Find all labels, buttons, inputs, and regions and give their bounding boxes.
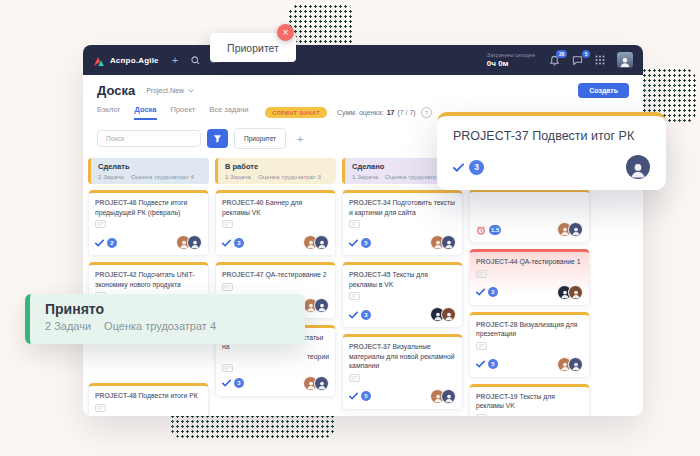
assignee-avatars: [430, 307, 456, 322]
task-card[interactable]: PROJECT-40 Баннер для рекламы VK3: [215, 190, 336, 256]
score-summary: Сумм. оценка: 17 (7 / 7) ?: [337, 107, 432, 118]
check-icon: [349, 239, 358, 247]
column-title: В работе: [225, 162, 329, 171]
task-title: PROJECT-37 Визуальные материалы для ново…: [349, 342, 456, 371]
subtasks-icon: [349, 374, 456, 382]
assignee-avatars: [430, 389, 456, 404]
task-preview-card[interactable]: PROJECT-37 Подвести итог РК 3: [437, 112, 666, 190]
card-footer: 1.5: [476, 222, 583, 237]
accepted-estimate: Оценка трудозатрат 4: [104, 320, 216, 332]
task-title: PROJECT-45 Тексты для рекламы в VK: [349, 270, 456, 289]
deadline-clock-icon: [476, 225, 486, 235]
accepted-title: Принято: [45, 301, 290, 317]
estimate-badge: 2: [488, 287, 498, 297]
estimate-badge: 5: [488, 359, 498, 369]
accepted-meta: 2 Задачи Оценка трудозатрат 4: [45, 320, 290, 332]
card-footer: 3: [222, 235, 329, 250]
app-logo-icon: [93, 54, 105, 66]
top-navigation-bar: Аспро.Agile + Сп Затрачено сегодня 0ч 0м…: [83, 45, 643, 75]
apps-grid-icon[interactable]: [595, 55, 605, 65]
time-tracker-value: 0ч 0м: [487, 59, 535, 68]
task-card[interactable]: PROJECT-28 Визуализация для презентации5: [469, 312, 590, 378]
estimate-badge: 1.5: [489, 225, 501, 235]
subtasks-icon: [349, 220, 456, 228]
task-title: PROJECT-46 Подвести итоги предыдущей РК …: [95, 198, 202, 217]
estimate-badge: 3: [469, 160, 484, 175]
task-card[interactable]: PROJECT-46 Подвести итоги предыдущей РК …: [88, 190, 209, 256]
tab-3[interactable]: Проект: [171, 105, 196, 120]
create-button[interactable]: Создать: [578, 83, 629, 98]
tab-1[interactable]: Бэклог: [97, 105, 120, 120]
decorative-dots-top: [288, 4, 354, 48]
assignee-avatars: [430, 235, 456, 250]
subtasks-icon: [476, 270, 583, 278]
card-footer: 3: [222, 376, 329, 391]
hidden-card-body: [476, 197, 583, 215]
assignee-avatars: [303, 235, 329, 250]
add-icon[interactable]: +: [172, 55, 178, 66]
assignee-avatars: [557, 222, 583, 237]
search-field-wrap: [97, 130, 201, 147]
column-header: Сделать2 ЗадачиОценка трудозатрат 4: [88, 158, 209, 184]
task-card[interactable]: PROJECT-34 Подготовить тексты и картинки…: [342, 190, 463, 256]
priority-filter-button[interactable]: Приоритет: [234, 128, 286, 149]
estimate-badge: 5: [361, 391, 371, 401]
avatar: [314, 298, 329, 313]
kanban-column-4: 1.5PROJECT-44 QA-тестирование 12PROJECT-…: [469, 158, 590, 416]
project-selector[interactable]: Project.New: [146, 87, 194, 94]
project-selector-value: Project.New: [146, 87, 184, 94]
task-id: PROJECT-37: [349, 343, 391, 350]
estimate-badge: 2: [107, 238, 117, 248]
board-tabs: БэклогДоскаПроектВсе задачи: [97, 105, 248, 120]
add-filter-icon[interactable]: +: [297, 133, 303, 145]
estimate-badge: 5: [361, 238, 371, 248]
user-avatar[interactable]: [617, 52, 633, 68]
check-icon: [476, 360, 485, 368]
task-title: PROJECT-47 QA-тестирование 2: [222, 270, 329, 280]
task-id: PROJECT-42: [95, 271, 137, 278]
assignee-avatars: [303, 376, 329, 391]
card-footer: 2: [95, 235, 202, 250]
time-tracker[interactable]: Затрачено сегодня 0ч 0м: [487, 52, 535, 68]
score-value: 17: [387, 109, 395, 116]
accepted-task-count: 2 Задачи: [45, 320, 91, 332]
kanban-column-3: Сделано1 ЗадачаОценка трудозатратPROJECT…: [342, 158, 463, 416]
app-name: Аспро.Agile: [110, 56, 159, 65]
task-title: PROJECT-19 Тексты для рекламы VK: [476, 392, 583, 411]
assignee-avatars: [303, 298, 329, 313]
task-card[interactable]: PROJECT-45 Тексты для рекламы в VK3: [342, 262, 463, 328]
search-icon[interactable]: [191, 56, 200, 65]
close-icon[interactable]: ×: [277, 24, 294, 41]
bell-icon[interactable]: 26: [549, 55, 560, 66]
task-title: PROJECT-48 Подвести итоги РК: [95, 391, 202, 401]
check-icon: [349, 311, 358, 319]
funnel-icon: [213, 134, 222, 143]
task-card[interactable]: PROJECT-37 Визуальные материалы для ново…: [342, 334, 463, 410]
info-icon[interactable]: ?: [421, 107, 432, 118]
task-card[interactable]: 1.5: [469, 189, 590, 243]
filter-button[interactable]: [207, 129, 228, 148]
card-footer: 5: [349, 389, 456, 404]
card-footer: 3: [349, 307, 456, 322]
task-id: PROJECT-44: [476, 258, 518, 265]
tab-4[interactable]: Все задачи: [209, 105, 248, 120]
time-tracker-label: Затрачено сегодня: [487, 52, 535, 58]
estimate-badge: 3: [234, 378, 244, 388]
avatar: [626, 155, 650, 179]
tab-2[interactable]: Доска: [134, 105, 156, 120]
task-title: PROJECT-42 Подсчитать UNIT-экономику нов…: [95, 270, 202, 289]
task-card[interactable]: PROJECT-48 Подвести итоги РК2: [88, 383, 209, 416]
card-footer: 5: [349, 235, 456, 250]
task-title: PROJECT-40 Баннер для рекламы VK: [222, 198, 329, 217]
task-card[interactable]: PROJECT-19 Тексты для рекламы VK5: [469, 384, 590, 416]
chevron-down-icon: [188, 89, 194, 93]
task-id: PROJECT-47: [222, 271, 264, 278]
task-id: PROJECT-28: [476, 321, 518, 328]
avatar: [441, 307, 456, 322]
subtasks-icon: [476, 342, 583, 350]
search-input[interactable]: [104, 134, 194, 143]
task-id: PROJECT-34: [349, 199, 391, 206]
chat-icon[interactable]: 5: [572, 55, 583, 66]
task-card[interactable]: PROJECT-44 QA-тестирование 12: [469, 249, 590, 306]
page-title: Доска: [97, 83, 135, 98]
